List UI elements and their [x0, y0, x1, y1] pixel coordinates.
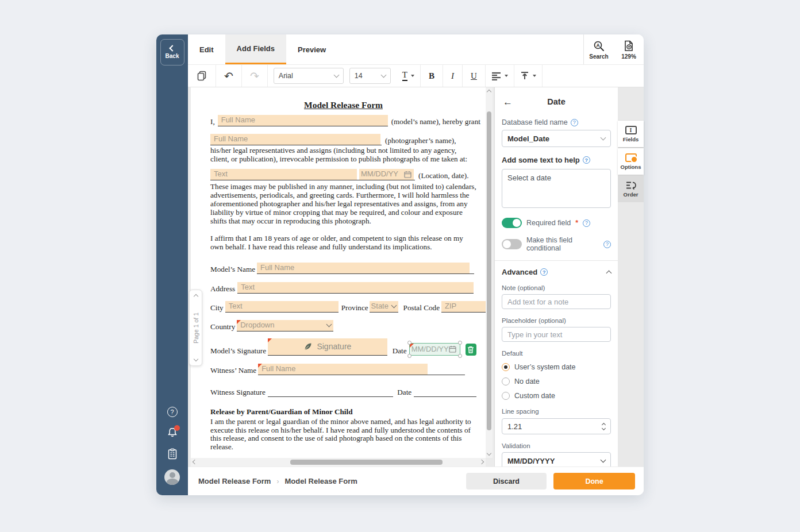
chevron-down-icon — [391, 303, 397, 309]
text-color-caret-icon[interactable] — [411, 75, 414, 77]
valign-caret-icon[interactable] — [533, 75, 536, 77]
page-down-icon[interactable] — [193, 357, 198, 361]
calendar-icon — [449, 345, 456, 353]
zoom-level-button[interactable]: 129% — [614, 34, 644, 64]
radio-system-date[interactable]: User’s system date — [502, 363, 611, 371]
db-field-select[interactable]: Model_Date — [502, 130, 611, 147]
placeholder-input[interactable] — [502, 327, 611, 342]
note-input[interactable] — [502, 294, 611, 309]
tab-fields[interactable]: Fields — [618, 121, 644, 147]
vertical-scrollbar[interactable] — [486, 87, 493, 458]
postal-code-field[interactable]: ZIP — [441, 301, 486, 312]
chevron-down-icon — [380, 72, 386, 78]
radio-custom-date[interactable]: Custom date — [502, 392, 611, 400]
advanced-section-header[interactable]: Advanced — [502, 268, 611, 276]
info-icon[interactable] — [583, 219, 590, 227]
chevron-down-icon — [601, 457, 606, 463]
user-avatar[interactable] — [164, 469, 180, 485]
horizontal-scroll-thumb[interactable] — [290, 460, 443, 465]
collapse-icon[interactable] — [606, 270, 612, 276]
horizontal-scrollbar[interactable] — [191, 458, 486, 467]
tab-options[interactable]: Options — [618, 148, 644, 175]
notifications-button[interactable] — [167, 427, 178, 438]
line-spacing-input[interactable] — [507, 422, 553, 431]
right-tab-strip: Fields Options Order — [618, 87, 644, 467]
info-icon[interactable] — [571, 119, 578, 126]
radio-icon[interactable] — [502, 363, 510, 371]
font-size-select[interactable]: 14 — [349, 68, 391, 84]
info-icon[interactable] — [603, 241, 611, 248]
help-text-input[interactable]: Select a date — [502, 169, 611, 208]
bottom-bar: Model Release Form Model Release Form Di… — [188, 467, 644, 495]
redo-icon — [250, 71, 259, 82]
tab-edit[interactable]: Edit — [188, 34, 225, 64]
witness-name-field[interactable]: Full Name — [258, 364, 428, 375]
align-caret-icon[interactable] — [505, 75, 508, 77]
info-icon[interactable] — [583, 156, 590, 164]
photographer-name-field[interactable]: Full Name — [210, 134, 380, 145]
tab-preview[interactable]: Preview — [286, 34, 337, 64]
delete-field-button[interactable] — [466, 344, 476, 356]
discard-button[interactable]: Discard — [466, 473, 547, 489]
redo-button[interactable] — [242, 65, 268, 87]
date-field-top[interactable]: MM/DD/YY — [359, 169, 414, 180]
undo-button[interactable] — [216, 65, 242, 87]
province-field[interactable]: State — [370, 301, 398, 312]
default-label: Default — [502, 350, 611, 357]
align-left-icon[interactable] — [491, 72, 501, 80]
doc-label-city: City — [210, 303, 224, 313]
info-icon[interactable] — [540, 268, 548, 276]
address-field[interactable]: Text — [237, 282, 474, 293]
scroll-up-icon[interactable] — [487, 90, 491, 94]
back-button[interactable]: Back — [160, 39, 184, 65]
italic-button[interactable]: I — [443, 65, 463, 87]
signature-field[interactable]: Signature — [268, 338, 387, 355]
country-field[interactable]: Dropdown — [237, 320, 333, 331]
copy-button[interactable] — [188, 65, 216, 87]
fields-icon — [625, 126, 637, 134]
breadcrumb-parent[interactable]: Model Release Form — [198, 477, 271, 485]
scroll-down-icon[interactable] — [487, 451, 491, 456]
city-field[interactable]: Text — [225, 301, 339, 312]
required-field-label: Required field — [526, 219, 571, 227]
selected-date-field[interactable]: MM/DD/YY — [409, 343, 460, 356]
doc-text: (model’s name), hereby grant — [391, 117, 480, 126]
radio-no-date[interactable]: No date — [502, 377, 611, 385]
placeholder-label: Placeholder (optional) — [502, 317, 611, 324]
doc-label-postal: Postal Code — [403, 303, 440, 313]
models-name-field[interactable]: Full Name — [257, 263, 470, 273]
font-family-select[interactable]: Arial — [274, 68, 344, 84]
page-up-icon[interactable] — [193, 294, 198, 299]
vertical-scroll-thumb[interactable] — [487, 111, 491, 430]
tab-add-fields[interactable]: Add Fields — [225, 34, 286, 64]
underline-button[interactable]: U — [463, 65, 486, 87]
validation-select[interactable]: MM/DD/YYYY — [502, 452, 611, 467]
panel-back-icon[interactable] — [503, 97, 513, 107]
left-sidebar: Back — [156, 34, 188, 495]
conditional-field-toggle[interactable] — [502, 239, 522, 249]
resize-handle[interactable] — [458, 341, 462, 345]
line-spacing-stepper[interactable] — [502, 418, 611, 434]
resize-handle[interactable] — [407, 341, 411, 345]
page-navigator[interactable]: Page 1 of 1 — [189, 290, 202, 366]
radio-icon[interactable] — [502, 392, 510, 400]
bold-button[interactable]: B — [421, 65, 443, 87]
required-field-toggle[interactable] — [502, 218, 522, 228]
scroll-right-icon[interactable] — [479, 460, 484, 464]
location-field[interactable]: Text — [210, 169, 357, 180]
scroll-left-icon[interactable] — [193, 460, 197, 464]
vertical-align-top-icon[interactable] — [520, 71, 529, 80]
text-color-button[interactable]: T — [402, 71, 407, 81]
tab-order[interactable]: Order — [618, 176, 644, 202]
model-name-field[interactable]: Full Name — [218, 115, 388, 126]
help-icon[interactable] — [167, 407, 178, 417]
search-button[interactable]: A Search — [584, 34, 614, 64]
done-button[interactable]: Done — [553, 473, 635, 489]
stepper-arrows-icon[interactable] — [602, 423, 605, 430]
chevron-left-icon — [169, 45, 175, 51]
clipboard-icon[interactable] — [167, 448, 178, 460]
resize-handle[interactable] — [407, 354, 411, 358]
doc-label-province: Province — [341, 303, 368, 313]
radio-icon[interactable] — [502, 377, 510, 385]
resize-handle[interactable] — [458, 354, 462, 358]
